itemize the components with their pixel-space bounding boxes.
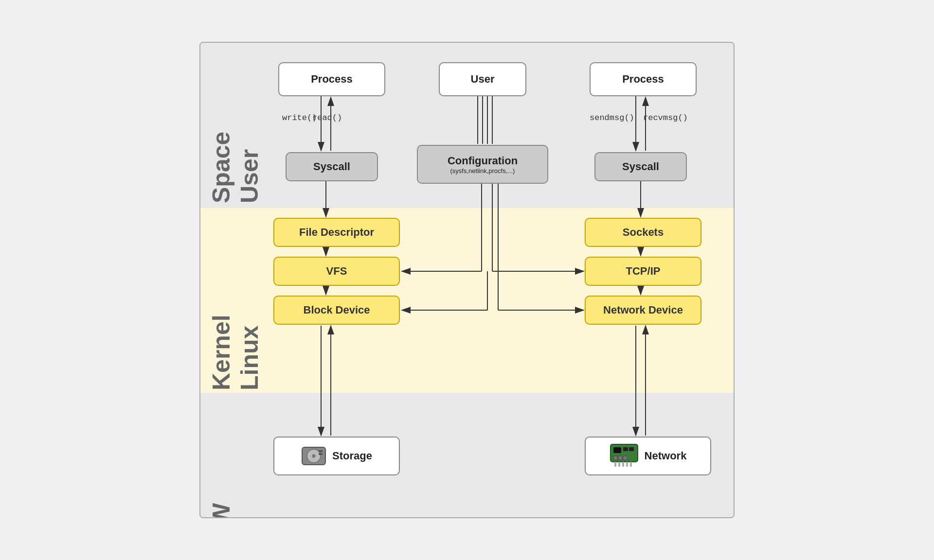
user-space-label: UserSpace xyxy=(207,57,264,203)
recvmsg-label: recvmsg() xyxy=(643,113,688,122)
sockets-box: Sockets xyxy=(585,218,701,247)
svg-rect-15 xyxy=(622,462,624,467)
svg-rect-13 xyxy=(614,462,616,467)
svg-rect-17 xyxy=(630,462,632,467)
network-hw-box: Network xyxy=(585,437,711,475)
process-right-box: Process xyxy=(590,62,697,96)
svg-rect-14 xyxy=(618,462,620,467)
diagram-container: UserSpace LinuxKernel HW Process User Pr… xyxy=(199,42,735,518)
hdd-icon xyxy=(301,443,326,469)
configuration-box: Configuration (sysfs,netlink,procfs,...) xyxy=(417,145,548,184)
nic-icon xyxy=(610,443,639,469)
file-descriptor-box: File Descriptor xyxy=(273,218,400,247)
block-device-box: Block Device xyxy=(273,296,400,325)
network-device-box: Network Device xyxy=(585,296,701,325)
process-left-box: Process xyxy=(278,62,385,96)
svg-rect-9 xyxy=(629,447,634,451)
storage-box: Storage xyxy=(273,437,400,475)
svg-rect-4 xyxy=(319,450,323,452)
syscall-right-box: Syscall xyxy=(594,152,687,181)
svg-rect-11 xyxy=(618,456,622,460)
write-label: write() xyxy=(282,113,317,122)
svg-rect-16 xyxy=(626,462,628,467)
tcp-ip-box: TCP/IP xyxy=(585,257,701,286)
hw-label: HW xyxy=(207,427,235,518)
svg-rect-10 xyxy=(613,456,617,460)
svg-rect-12 xyxy=(623,456,627,460)
read-label: read() xyxy=(312,113,342,122)
vfs-box: VFS xyxy=(273,257,400,286)
user-middle-box: User xyxy=(439,62,526,96)
sendmsg-label: sendmsg() xyxy=(590,113,634,122)
kernel-label: LinuxKernel xyxy=(207,215,264,390)
svg-point-3 xyxy=(313,455,315,457)
svg-rect-8 xyxy=(623,447,628,451)
svg-rect-7 xyxy=(613,447,621,453)
svg-rect-5 xyxy=(319,453,323,455)
syscall-left-box: Syscall xyxy=(286,152,378,181)
